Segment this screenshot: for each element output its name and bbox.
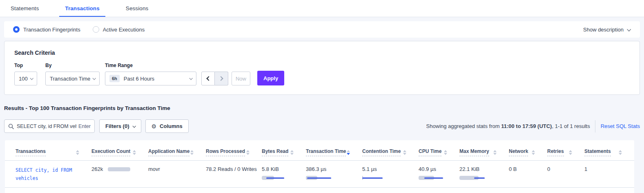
- tab-sessions[interactable]: Sessions: [125, 0, 149, 17]
- time-range-value: Past 6 Hours: [124, 76, 154, 82]
- sort-icon[interactable]: [619, 150, 622, 155]
- sort-icon[interactable]: [290, 150, 294, 155]
- columns-button-label: Columns: [160, 123, 183, 129]
- chevron-down-icon: [92, 76, 96, 80]
- statements-value: 1: [584, 166, 587, 172]
- time-range-select[interactable]: 6h Past 6 Hours: [105, 72, 196, 85]
- application-name-value: movr: [148, 166, 160, 172]
- time-range-prev-button[interactable]: [201, 72, 215, 85]
- top-label: Top: [14, 63, 37, 68]
- vertical-divider: [595, 120, 595, 132]
- transactions-table: Transactions Execution Count Application…: [5, 143, 634, 188]
- search-enter-hint: Enter: [78, 123, 91, 129]
- stats-area: Showing aggregated stats from 11:00 to 1…: [426, 120, 640, 132]
- transaction-time-bar: [306, 176, 334, 180]
- chevron-down-icon: [30, 76, 33, 80]
- results-search-box: Enter: [4, 119, 95, 133]
- page-tabbar: Statements Transactions Sessions: [0, 0, 644, 17]
- chevron-down-icon: [189, 76, 192, 80]
- column-header-network[interactable]: Network: [509, 143, 547, 161]
- time-range-next-button[interactable]: [215, 72, 228, 85]
- sort-icon[interactable]: [532, 150, 535, 155]
- execution-count-bar: [108, 167, 130, 171]
- sort-icon[interactable]: [493, 150, 497, 155]
- by-select-value: Transaction Time: [50, 76, 90, 82]
- time-range-badge: 6h: [109, 75, 120, 82]
- column-header-rows-processed[interactable]: Rows Processed: [206, 143, 262, 161]
- top-select[interactable]: 100: [14, 72, 37, 85]
- radio-selected-icon: [13, 26, 20, 33]
- bytes-read-value: 5.8 KiB: [262, 166, 279, 172]
- column-header-contention-time[interactable]: Contention Time: [362, 143, 419, 161]
- sort-icon[interactable]: [444, 150, 447, 155]
- search-criteria-card: Search Criteria Top 100 By Transaction T…: [4, 41, 640, 95]
- table-row: SELECT city, id FROM vehicles 262k movr …: [5, 161, 634, 188]
- search-input[interactable]: [17, 123, 76, 129]
- column-header-statements[interactable]: Statements: [584, 143, 634, 161]
- max-memory-bar: [459, 176, 488, 180]
- column-header-retries[interactable]: Retries: [547, 143, 584, 161]
- reset-sql-stats-link[interactable]: Reset SQL Stats: [601, 123, 640, 129]
- table-header-row: Transactions Execution Count Application…: [5, 143, 634, 161]
- chevron-right-icon: [218, 76, 223, 81]
- sort-icon[interactable]: [76, 150, 79, 155]
- sort-icon[interactable]: [569, 150, 572, 155]
- retries-value: 0: [547, 166, 550, 172]
- column-header-transaction-time[interactable]: Transaction Time: [306, 143, 362, 161]
- rows-processed-value: 78.2 Reads / 0 Writes: [206, 166, 257, 172]
- transaction-time-value: 386.3 µs: [306, 166, 326, 172]
- column-header-bytes-read[interactable]: Bytes Read: [262, 143, 306, 161]
- tab-transactions[interactable]: Transactions: [59, 0, 105, 17]
- radio-active-executions[interactable]: Active Executions: [93, 26, 145, 33]
- apply-button[interactable]: Apply: [257, 71, 284, 85]
- results-table-card: Transactions Execution Count Application…: [5, 140, 634, 193]
- now-button[interactable]: Now: [232, 72, 250, 85]
- radio-label: Transaction Fingerprints: [23, 27, 80, 33]
- filters-button-label: Filters (0): [105, 123, 129, 129]
- contention-time-value: 5.1 µs: [362, 166, 377, 172]
- max-memory-value: 22.1 KiB: [459, 166, 479, 172]
- execution-count-value: 262k: [91, 166, 103, 172]
- contention-time-bar: [362, 176, 391, 180]
- show-description-toggle[interactable]: Show description: [583, 27, 630, 33]
- top-select-value: 100: [19, 76, 28, 82]
- results-heading: Results - Top 100 Transaction Fingerprin…: [4, 105, 640, 111]
- column-header-cpu-time[interactable]: CPU Time: [419, 143, 459, 161]
- results-controls: Enter Filters (0) ⚙ Columns Showing aggr…: [4, 119, 640, 133]
- time-range-label: Time Range: [105, 63, 196, 68]
- chevron-left-icon: [206, 76, 211, 81]
- network-value: 0 B: [509, 166, 517, 172]
- by-select[interactable]: Transaction Time: [45, 72, 100, 85]
- sort-icon[interactable]: [190, 150, 194, 155]
- radio-transaction-fingerprints[interactable]: Transaction Fingerprints: [13, 26, 80, 33]
- show-description-label: Show description: [583, 27, 624, 33]
- by-label: By: [45, 63, 100, 68]
- search-criteria-title: Search Criteria: [14, 49, 630, 56]
- columns-button[interactable]: ⚙ Columns: [145, 119, 189, 133]
- cpu-time-value: 40.9 µs: [419, 166, 436, 172]
- sort-icon[interactable]: [246, 150, 250, 155]
- tab-statements[interactable]: Statements: [10, 0, 40, 17]
- radio-label: Active Executions: [103, 27, 145, 33]
- filters-button[interactable]: Filters (0): [99, 119, 141, 133]
- transaction-fingerprint-link[interactable]: SELECT city, id FROM vehicles: [16, 166, 80, 182]
- sort-icon-active-desc[interactable]: [347, 150, 350, 155]
- bytes-read-bar: [262, 176, 290, 180]
- cpu-time-bar: [419, 176, 447, 180]
- column-header-execution-count[interactable]: Execution Count: [91, 143, 148, 161]
- chevron-down-icon: [627, 27, 631, 31]
- gear-icon: ⚙: [152, 123, 157, 130]
- aggregated-stats-text: Showing aggregated stats from 11:00 to 1…: [426, 123, 590, 129]
- sort-icon[interactable]: [403, 150, 406, 155]
- view-toggle-bar: Transaction Fingerprints Active Executio…: [4, 21, 640, 38]
- column-header-application-name[interactable]: Application Name: [148, 143, 206, 161]
- radio-unselected-icon: [93, 26, 99, 33]
- search-icon: [8, 123, 14, 129]
- column-header-transactions[interactable]: Transactions: [5, 143, 91, 161]
- column-header-max-memory[interactable]: Max Memory: [459, 143, 509, 161]
- chevron-down-icon: [132, 124, 136, 128]
- sort-icon[interactable]: [133, 150, 136, 155]
